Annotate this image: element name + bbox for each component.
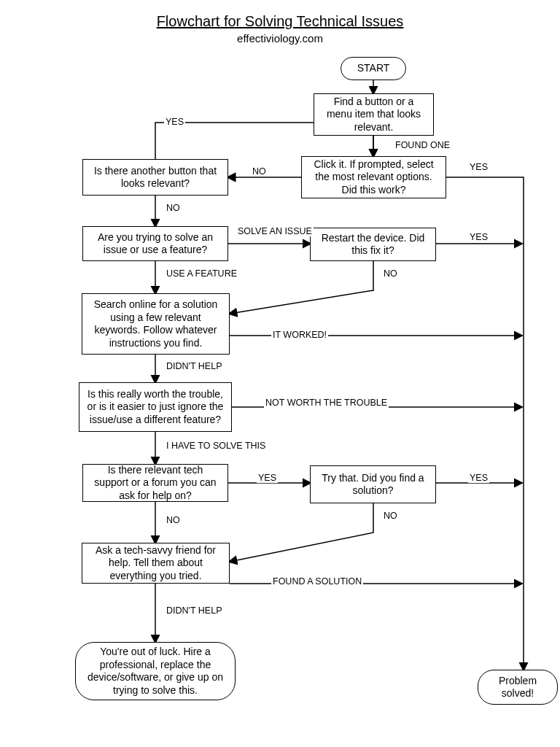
problem-solved-node: Problem solved!: [478, 670, 558, 705]
edge-no-3: NO: [382, 268, 399, 279]
issue-or-feature-label: Are you trying to solve an issue or use …: [90, 231, 220, 257]
edge-solve-issue: SOLVE AN ISSUE: [236, 226, 314, 236]
edge-didnt-help-2: DIDN'T HELP: [165, 605, 223, 616]
search-online-label: Search online for a solution using a few…: [90, 298, 222, 349]
find-button-node: Find a button or a menu item that looks …: [314, 93, 434, 136]
problem-solved-label: Problem solved!: [486, 675, 550, 700]
edge-not-worth: NOT WORTH THE TROUBLE: [264, 398, 389, 408]
out-of-luck-label: You're out of luck. Hire a professional,…: [83, 646, 228, 697]
find-button-label: Find a button or a menu item that looks …: [322, 96, 426, 134]
edge-yes-2: YES: [468, 232, 489, 242]
worth-it-node: Is this really worth the trouble, or is …: [79, 382, 232, 432]
edge-use-feature: USE A FEATURE: [165, 268, 238, 279]
edge-found-one: FOUND ONE: [394, 140, 451, 150]
edge-no-5: NO: [165, 515, 182, 525]
ask-friend-label: Ask a tech-savvy friend for help. Tell t…: [90, 544, 222, 583]
edge-yes-3: YES: [257, 473, 278, 483]
page-title: Flowchart for Solving Technical Issues: [0, 13, 560, 30]
start-node: START: [341, 57, 406, 80]
edge-didnt-help-1: DIDN'T HELP: [165, 361, 223, 371]
ask-friend-node: Ask a tech-savvy friend for help. Tell t…: [82, 543, 230, 584]
worth-it-label: Is this really worth the trouble, or is …: [87, 388, 224, 427]
edge-yes-4: YES: [468, 473, 489, 483]
edge-no-2: NO: [165, 203, 182, 213]
restart-node: Restart the device. Did this fix it?: [310, 228, 436, 261]
page-subtitle: effectiviology.com: [0, 32, 560, 44]
edge-have-to-solve: I HAVE TO SOLVE THIS: [165, 441, 267, 451]
issue-or-feature-node: Are you trying to solve an issue or use …: [82, 226, 228, 261]
search-online-node: Search online for a solution using a few…: [82, 293, 230, 355]
tech-support-label: Is there relevant tech support or a foru…: [90, 464, 220, 503]
edge-found-solution: FOUND A SOLUTION: [271, 576, 363, 587]
restart-label: Restart the device. Did this fix it?: [318, 232, 428, 258]
edge-it-worked: IT WORKED!: [271, 330, 328, 340]
tech-support-node: Is there relevant tech support or a foru…: [82, 464, 228, 502]
click-it-node: Click it. If prompted, select the most r…: [301, 156, 446, 198]
try-that-node: Try that. Did you find a solution?: [310, 465, 436, 503]
another-button-label: Is there another button that looks relev…: [90, 165, 220, 190]
start-label: START: [357, 62, 390, 75]
another-button-node: Is there another button that looks relev…: [82, 159, 228, 196]
try-that-label: Try that. Did you find a solution?: [318, 472, 428, 498]
out-of-luck-node: You're out of luck. Hire a professional,…: [75, 642, 236, 700]
edge-no-4: NO: [382, 511, 399, 521]
edge-yes-1: YES: [468, 162, 489, 172]
edge-no-1: NO: [251, 166, 268, 177]
click-it-label: Click it. If prompted, select the most r…: [309, 158, 438, 197]
edge-yes-back: YES: [164, 117, 185, 127]
